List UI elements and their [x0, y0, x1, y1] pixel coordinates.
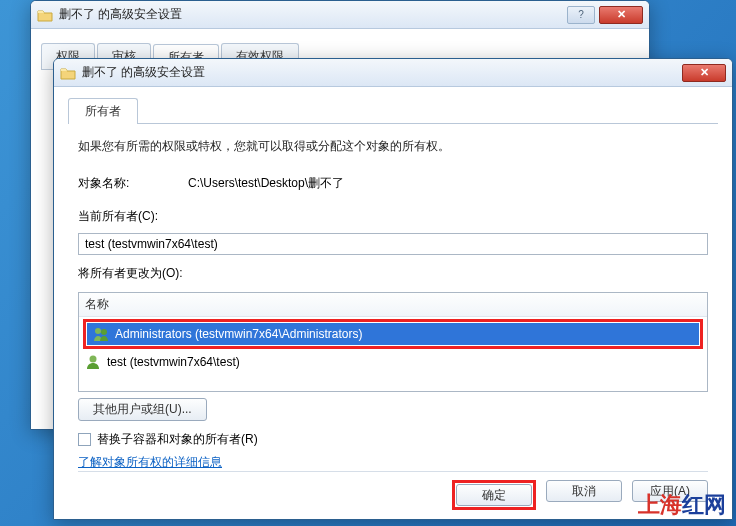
cancel-button[interactable]: 取消: [546, 480, 622, 502]
ok-highlight: 确定: [452, 480, 536, 510]
current-owner-label: 当前所有者(C):: [78, 208, 158, 225]
svg-point-1: [101, 329, 107, 335]
user-icon: [85, 354, 101, 370]
replace-checkbox-label: 替换子容器和对象的所有者(R): [97, 431, 258, 448]
folder-icon: [60, 66, 76, 80]
folder-icon: [37, 8, 53, 22]
object-name-label: 对象名称:: [78, 175, 188, 192]
users-icon: [93, 326, 109, 342]
dialog-footer: 确定 取消 应用(A): [78, 471, 708, 510]
parent-titlebar[interactable]: 删不了 的高级安全设置 ? ✕: [31, 1, 649, 29]
parent-close-button[interactable]: ✕: [599, 6, 643, 24]
owner-title: 删不了 的高级安全设置: [82, 64, 678, 81]
owner-row-administrators[interactable]: Administrators (testvmwin7x64\Administra…: [87, 323, 699, 345]
owner-row-label: test (testvmwin7x64\test): [107, 355, 240, 369]
watermark-part1: 上海: [638, 492, 682, 517]
svg-point-2: [90, 356, 97, 363]
owner-close-button[interactable]: ✕: [682, 64, 726, 82]
watermark-part2: 红网: [682, 492, 726, 517]
watermark: 上海红网: [638, 490, 726, 520]
subtab-owner[interactable]: 所有者: [68, 98, 138, 124]
owner-row-test[interactable]: test (testvmwin7x64\test): [79, 351, 707, 373]
list-header[interactable]: 名称: [79, 293, 707, 317]
change-owner-label: 将所有者更改为(O):: [78, 265, 183, 282]
owner-row-label: Administrators (testvmwin7x64\Administra…: [115, 327, 362, 341]
intro-text: 如果您有所需的权限或特权，您就可以取得或分配这个对象的所有权。: [78, 138, 708, 155]
parent-title: 删不了 的高级安全设置: [59, 6, 565, 23]
object-name-value: C:\Users\test\Desktop\删不了: [188, 175, 344, 192]
learn-more-link[interactable]: 了解对象所有权的详细信息: [78, 454, 708, 471]
selection-highlight: Administrators (testvmwin7x64\Administra…: [83, 319, 703, 349]
other-users-button[interactable]: 其他用户或组(U)...: [78, 398, 207, 421]
owner-dialog: 删不了 的高级安全设置 ✕ 所有者 如果您有所需的权限或特权，您就可以取得或分配…: [53, 58, 733, 520]
owner-listbox[interactable]: 名称 Administrators (testvmwin7x64\Adminis…: [78, 292, 708, 392]
svg-point-0: [95, 328, 101, 334]
owner-titlebar[interactable]: 删不了 的高级安全设置 ✕: [54, 59, 732, 87]
current-owner-field: test (testvmwin7x64\test): [78, 233, 708, 255]
ok-button[interactable]: 确定: [456, 484, 532, 506]
help-button[interactable]: ?: [567, 6, 595, 24]
owner-subtabs: 所有者: [68, 97, 718, 124]
current-owner-value: test (testvmwin7x64\test): [85, 237, 218, 251]
replace-checkbox[interactable]: [78, 433, 91, 446]
